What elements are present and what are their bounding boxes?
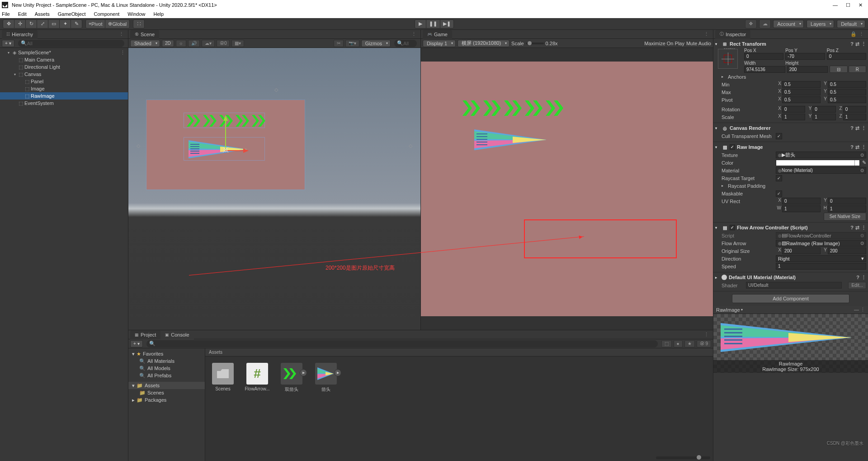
uv-w[interactable]: 1	[782, 205, 821, 212]
step-button[interactable]: ▶❚	[440, 19, 454, 29]
tools-toggle[interactable]: ✂	[334, 40, 344, 47]
assets-folder[interactable]: ▾📁Assets	[128, 382, 205, 389]
direction-dropdown[interactable]: Right▾	[776, 255, 866, 262]
minimize-button[interactable]: —	[833, 2, 838, 8]
anchor-min-y[interactable]: 0.5	[828, 81, 866, 88]
scl-y[interactable]: 1	[812, 114, 835, 120]
width-input[interactable]: 974.5136	[744, 66, 785, 73]
scene-search[interactable]: 🔍 All	[394, 40, 417, 47]
rect-tool[interactable]: ▭	[48, 19, 60, 29]
scenes-folder[interactable]: 📁Scenes	[128, 389, 205, 396]
filter-label[interactable]: ★	[684, 340, 695, 347]
fav-all-prefabs[interactable]: 🔍All Prefabs	[128, 372, 205, 379]
scl-z[interactable]: 1	[843, 114, 866, 120]
pause-button[interactable]: ❚❚	[426, 19, 440, 29]
camera-toggle[interactable]: 📷▾	[345, 40, 359, 47]
node-directional-light[interactable]: ⬚Directional Light	[0, 63, 128, 71]
uv-x[interactable]: 0	[782, 198, 821, 204]
scene-tab[interactable]: ⦿Scene	[130, 30, 159, 39]
preview-head[interactable]: RawImage▾— ⋮	[713, 306, 868, 314]
pos-y-input[interactable]: -70	[785, 53, 825, 60]
node-eventsystem[interactable]: ⬚EventSystem	[0, 100, 128, 107]
asset-double-arrow[interactable]: ▶双箭头	[280, 363, 303, 393]
fold-icon[interactable]: ▾	[715, 42, 720, 46]
shading-dropdown[interactable]: Shaded	[130, 40, 160, 47]
layers-dropdown[interactable]: Layers	[807, 20, 834, 28]
display-dropdown[interactable]: Display 1	[423, 40, 456, 47]
scene-row[interactable]: ▾◈SampleScene*⋮	[0, 49, 128, 56]
snap-toggle[interactable]: ⸬	[133, 19, 145, 29]
packages-folder[interactable]: ▸📁Packages	[128, 396, 205, 404]
menu-help[interactable]: Help	[152, 11, 165, 17]
anchor-preset[interactable]	[718, 49, 738, 69]
menu-edit[interactable]: Edit	[17, 11, 28, 17]
menu-file[interactable]: File	[1, 11, 11, 17]
pivot-x[interactable]: 0.5	[782, 96, 821, 103]
fav-all-models[interactable]: 🔍All Models	[128, 365, 205, 372]
favorites-header[interactable]: ▾★Favorites	[128, 350, 205, 357]
color-field[interactable]	[776, 160, 860, 166]
preset-icon[interactable]: ⇄	[855, 41, 859, 47]
origsize-x[interactable]: 200	[782, 247, 821, 254]
anchor-max-y[interactable]: 0.5	[828, 89, 866, 95]
pos-z-input[interactable]: 0	[827, 53, 866, 60]
anchor-max-x[interactable]: 0.5	[782, 89, 821, 95]
hand-tool[interactable]: ✥	[3, 19, 14, 29]
maskable-checkbox[interactable]	[776, 190, 782, 197]
menu-gameobject[interactable]: GameObject	[57, 11, 87, 17]
asset-flowarrow-script[interactable]: #FlowArrow...	[246, 363, 269, 393]
move-tool[interactable]: ✢	[14, 19, 26, 29]
hierarchy-tab[interactable]: ☷Hierarchy	[2, 30, 38, 39]
pivot-toggle[interactable]: ⌖ Pivot	[85, 19, 105, 29]
node-image[interactable]: ⬚Image	[0, 85, 128, 92]
rotate-tool[interactable]: ↻	[25, 19, 37, 29]
raw-edit-toggle[interactable]: R	[849, 66, 866, 73]
project-options[interactable]: ⋮	[702, 332, 711, 337]
asset-arrow[interactable]: ▶箭头	[315, 363, 337, 393]
node-rawimage[interactable]: ⬚RawImage	[0, 92, 128, 100]
add-component-button[interactable]: Add Component	[732, 294, 849, 303]
pivot-y[interactable]: 0.5	[828, 96, 866, 103]
help-icon[interactable]: ?	[850, 41, 854, 47]
inspector-tab[interactable]: ⓘInspector	[715, 30, 750, 39]
hierarchy-search[interactable]: 🔍 All	[18, 40, 124, 47]
inspector-lock[interactable]: 🔒 ⋮	[849, 31, 866, 37]
uv-h[interactable]: 1	[828, 205, 866, 212]
scl-x[interactable]: 1	[782, 114, 805, 120]
scale-slider[interactable]	[526, 43, 544, 44]
scale-tool[interactable]: ⤢	[37, 19, 48, 29]
rot-y[interactable]: 0	[812, 106, 835, 113]
anchors-fold[interactable]: ▸	[722, 75, 726, 79]
play-button[interactable]: ▶	[415, 19, 426, 29]
gizmos-dropdown[interactable]: Gizmos	[361, 40, 391, 47]
project-search[interactable]: 🔍	[146, 340, 658, 347]
pos-x-input[interactable]: 0	[744, 53, 783, 60]
fx-toggle[interactable]: ☁▾	[202, 40, 215, 47]
filter-fav[interactable]: ⬚	[661, 340, 672, 347]
set-native-size-button[interactable]: Set Native Size	[824, 213, 866, 221]
fav-all-materials[interactable]: 🔍All Materials	[128, 357, 205, 365]
lighting-toggle[interactable]: ☼	[176, 40, 186, 47]
maximize-button[interactable]: ☐	[846, 2, 850, 8]
game-tab[interactable]: 🎮Game	[423, 30, 452, 39]
asset-scenes[interactable]: Scenes	[212, 363, 234, 393]
move-gizmo[interactable]	[205, 114, 246, 155]
close-button[interactable]: ✕	[859, 2, 863, 8]
menu-window[interactable]: Window	[127, 11, 146, 17]
anchor-min-x[interactable]: 0.5	[782, 81, 821, 88]
flowarrow-field[interactable]: ▧ RawImage (Raw Image)	[776, 240, 866, 247]
height-input[interactable]: 200	[787, 66, 828, 73]
project-create[interactable]: + ▾	[130, 340, 143, 347]
node-canvas[interactable]: ▾⬚Canvas	[0, 71, 128, 78]
hierarchy-create[interactable]: + ▾	[2, 40, 14, 47]
speed-input[interactable]: 1	[776, 263, 866, 270]
blueprint-toggle[interactable]: ⊟	[830, 66, 847, 73]
thumbnail-size-slider[interactable]	[656, 456, 710, 459]
node-main-camera[interactable]: ⬚Main Camera	[0, 56, 128, 63]
filter-type[interactable]: ●	[674, 340, 683, 347]
scene-options[interactable]: ⋮	[410, 31, 419, 37]
2d-toggle[interactable]: 2D	[162, 40, 174, 47]
rawimage-enable[interactable]	[730, 144, 735, 150]
texture-field[interactable]: ▶箭头	[776, 152, 866, 158]
flow-enable[interactable]	[730, 225, 735, 230]
